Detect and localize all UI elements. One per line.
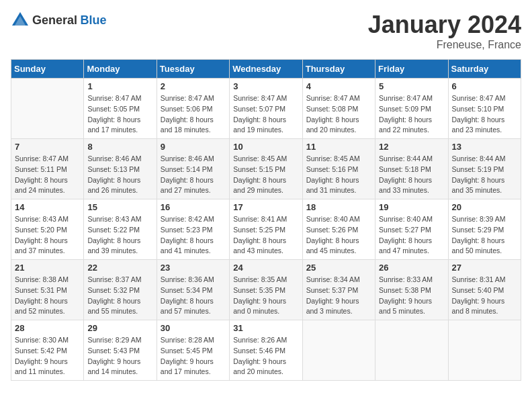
calendar-cell — [375, 320, 448, 381]
day-number: 3 — [233, 81, 298, 91]
calendar-cell: 4Sunrise: 8:47 AMSunset: 5:08 PMDaylight… — [302, 79, 375, 139]
calendar-cell: 16Sunrise: 8:42 AMSunset: 5:23 PMDayligh… — [157, 199, 229, 260]
day-info: Sunrise: 8:33 AMSunset: 5:38 PMDaylight:… — [379, 275, 444, 317]
col-saturday: Saturday — [448, 60, 521, 79]
day-info: Sunrise: 8:46 AMSunset: 5:13 PMDaylight:… — [87, 154, 152, 196]
day-info: Sunrise: 8:47 AMSunset: 5:07 PMDaylight:… — [233, 93, 298, 136]
calendar-cell: 29Sunrise: 8:29 AMSunset: 5:43 PMDayligh… — [84, 320, 157, 381]
day-info: Sunrise: 8:43 AMSunset: 5:20 PMDaylight:… — [15, 214, 80, 257]
month-title: January 2024 — [368, 11, 521, 39]
calendar-cell: 6Sunrise: 8:47 AMSunset: 5:10 PMDaylight… — [448, 79, 521, 139]
day-number: 19 — [379, 202, 444, 212]
day-info: Sunrise: 8:47 AMSunset: 5:08 PMDaylight:… — [306, 93, 371, 136]
day-info: Sunrise: 8:40 AMSunset: 5:26 PMDaylight:… — [306, 214, 371, 257]
day-info: Sunrise: 8:42 AMSunset: 5:23 PMDaylight:… — [161, 214, 226, 257]
day-info: Sunrise: 8:28 AMSunset: 5:45 PMDaylight:… — [161, 335, 226, 377]
day-number: 11 — [306, 142, 371, 152]
calendar-cell: 13Sunrise: 8:44 AMSunset: 5:19 PMDayligh… — [448, 139, 521, 199]
calendar-week-row: 1Sunrise: 8:47 AMSunset: 5:05 PMDaylight… — [11, 79, 521, 139]
logo-blue-text: Blue — [81, 13, 107, 27]
day-number: 27 — [452, 263, 517, 273]
calendar-cell: 25Sunrise: 8:34 AMSunset: 5:37 PMDayligh… — [302, 260, 375, 320]
day-info: Sunrise: 8:47 AMSunset: 5:11 PMDaylight:… — [15, 154, 80, 196]
day-number: 13 — [452, 142, 517, 152]
logo: General Blue — [11, 11, 107, 30]
day-number: 6 — [452, 81, 517, 91]
day-info: Sunrise: 8:47 AMSunset: 5:10 PMDaylight:… — [452, 93, 517, 136]
calendar-cell — [302, 320, 375, 381]
day-number: 8 — [87, 142, 152, 152]
day-number: 28 — [15, 323, 80, 333]
day-number: 23 — [161, 263, 226, 273]
calendar-cell: 1Sunrise: 8:47 AMSunset: 5:05 PMDaylight… — [84, 79, 157, 139]
day-info: Sunrise: 8:36 AMSunset: 5:34 PMDaylight:… — [161, 275, 226, 317]
calendar-cell: 9Sunrise: 8:46 AMSunset: 5:14 PMDaylight… — [157, 139, 229, 199]
day-info: Sunrise: 8:44 AMSunset: 5:18 PMDaylight:… — [379, 154, 444, 196]
day-info: Sunrise: 8:34 AMSunset: 5:37 PMDaylight:… — [306, 275, 371, 317]
day-number: 9 — [161, 142, 226, 152]
calendar-cell: 18Sunrise: 8:40 AMSunset: 5:26 PMDayligh… — [302, 199, 375, 260]
calendar-cell: 20Sunrise: 8:39 AMSunset: 5:29 PMDayligh… — [448, 199, 521, 260]
col-friday: Friday — [375, 60, 448, 79]
calendar-cell: 5Sunrise: 8:47 AMSunset: 5:09 PMDaylight… — [375, 79, 448, 139]
day-number: 4 — [306, 81, 371, 91]
day-info: Sunrise: 8:45 AMSunset: 5:16 PMDaylight:… — [306, 154, 371, 196]
day-number: 20 — [452, 202, 517, 212]
day-number: 12 — [379, 142, 444, 152]
day-info: Sunrise: 8:26 AMSunset: 5:46 PMDaylight:… — [233, 335, 298, 377]
calendar-cell: 24Sunrise: 8:35 AMSunset: 5:35 PMDayligh… — [230, 260, 302, 320]
day-info: Sunrise: 8:35 AMSunset: 5:35 PMDaylight:… — [233, 275, 298, 317]
day-info: Sunrise: 8:47 AMSunset: 5:05 PMDaylight:… — [87, 93, 152, 136]
calendar-week-row: 7Sunrise: 8:47 AMSunset: 5:11 PMDaylight… — [11, 139, 521, 199]
calendar-cell: 10Sunrise: 8:45 AMSunset: 5:15 PMDayligh… — [230, 139, 302, 199]
calendar-cell: 8Sunrise: 8:46 AMSunset: 5:13 PMDaylight… — [84, 139, 157, 199]
calendar-cell: 27Sunrise: 8:31 AMSunset: 5:40 PMDayligh… — [448, 260, 521, 320]
calendar-cell: 11Sunrise: 8:45 AMSunset: 5:16 PMDayligh… — [302, 139, 375, 199]
day-number: 17 — [233, 202, 298, 212]
day-info: Sunrise: 8:47 AMSunset: 5:06 PMDaylight:… — [161, 93, 226, 136]
day-number: 15 — [87, 202, 152, 212]
calendar-cell: 19Sunrise: 8:40 AMSunset: 5:27 PMDayligh… — [375, 199, 448, 260]
day-number: 2 — [161, 81, 226, 91]
day-info: Sunrise: 8:29 AMSunset: 5:43 PMDaylight:… — [87, 335, 152, 377]
calendar-cell: 21Sunrise: 8:38 AMSunset: 5:31 PMDayligh… — [11, 260, 84, 320]
calendar-cell: 12Sunrise: 8:44 AMSunset: 5:18 PMDayligh… — [375, 139, 448, 199]
day-info: Sunrise: 8:31 AMSunset: 5:40 PMDaylight:… — [452, 275, 517, 317]
calendar-cell: 30Sunrise: 8:28 AMSunset: 5:45 PMDayligh… — [157, 320, 229, 381]
calendar-cell: 28Sunrise: 8:30 AMSunset: 5:42 PMDayligh… — [11, 320, 84, 381]
day-number: 24 — [233, 263, 298, 273]
day-number: 29 — [87, 323, 152, 333]
day-number: 16 — [161, 202, 226, 212]
calendar-cell: 23Sunrise: 8:36 AMSunset: 5:34 PMDayligh… — [157, 260, 229, 320]
day-number: 22 — [87, 263, 152, 273]
day-number: 14 — [15, 202, 80, 212]
calendar-cell: 15Sunrise: 8:43 AMSunset: 5:22 PMDayligh… — [84, 199, 157, 260]
calendar-cell — [448, 320, 521, 381]
day-number: 21 — [15, 263, 80, 273]
col-sunday: Sunday — [11, 60, 84, 79]
header: General Blue January 2024 Freneuse, Fran… — [11, 11, 521, 51]
day-number: 26 — [379, 263, 444, 273]
day-number: 25 — [306, 263, 371, 273]
day-number: 18 — [306, 202, 371, 212]
day-info: Sunrise: 8:37 AMSunset: 5:32 PMDaylight:… — [87, 275, 152, 317]
calendar-header-row: Sunday Monday Tuesday Wednesday Thursday… — [11, 60, 521, 79]
day-info: Sunrise: 8:39 AMSunset: 5:29 PMDaylight:… — [452, 214, 517, 257]
location-title: Freneuse, France — [368, 39, 521, 51]
calendar-cell: 17Sunrise: 8:41 AMSunset: 5:25 PMDayligh… — [230, 199, 302, 260]
calendar-cell: 2Sunrise: 8:47 AMSunset: 5:06 PMDaylight… — [157, 79, 229, 139]
col-thursday: Thursday — [302, 60, 375, 79]
logo-general-text: General — [32, 13, 77, 27]
logo-icon — [11, 11, 30, 30]
day-info: Sunrise: 8:46 AMSunset: 5:14 PMDaylight:… — [161, 154, 226, 196]
col-wednesday: Wednesday — [230, 60, 302, 79]
day-info: Sunrise: 8:41 AMSunset: 5:25 PMDaylight:… — [233, 214, 298, 257]
day-info: Sunrise: 8:44 AMSunset: 5:19 PMDaylight:… — [452, 154, 517, 196]
day-info: Sunrise: 8:40 AMSunset: 5:27 PMDaylight:… — [379, 214, 444, 257]
col-monday: Monday — [84, 60, 157, 79]
day-number: 30 — [161, 323, 226, 333]
day-info: Sunrise: 8:45 AMSunset: 5:15 PMDaylight:… — [233, 154, 298, 196]
calendar-cell: 14Sunrise: 8:43 AMSunset: 5:20 PMDayligh… — [11, 199, 84, 260]
calendar-week-row: 14Sunrise: 8:43 AMSunset: 5:20 PMDayligh… — [11, 199, 521, 260]
day-number: 5 — [379, 81, 444, 91]
